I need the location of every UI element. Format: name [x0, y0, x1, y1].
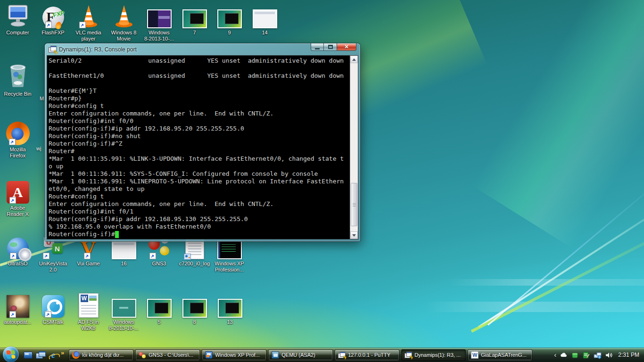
switch-windows-icon[interactable] — [35, 350, 46, 360]
shortcut-arrow-icon — [43, 253, 50, 259]
windows-logo-icon — [6, 350, 15, 359]
show-desktop-icon[interactable] — [23, 350, 33, 360]
desktop-icon-label: 13 — [227, 319, 232, 325]
desktop-icon-label: 7 — [193, 30, 196, 36]
window-titlebar[interactable]: ϟ Dynamips(1): R3, Console port ✕ — [45, 43, 360, 55]
desktop-icon-8[interactable]: 8 — [177, 292, 212, 325]
screenshot-thumbnail-icon — [217, 3, 242, 28]
dynamips-console-window: ϟ Dynamips(1): R3, Console port ✕ Serial… — [45, 43, 360, 241]
desktop-icon-adobe-reader[interactable]: A Adobe Reader X — [0, 176, 35, 217]
desktop-icon-flashfxp[interactable]: FFXP FlashFXP — [35, 3, 71, 36]
shortcut-arrow-icon — [9, 197, 16, 204]
desktop-icon-autoupdate[interactable]: autoupdat... — [0, 292, 35, 325]
adobe-reader-icon: A — [7, 176, 29, 204]
screenshot-thumbnail-icon — [218, 292, 242, 318]
desktop-icon-label: UltraISO — [8, 261, 27, 267]
taskbar-button-word-doc[interactable]: W GiaLapASATrenG... — [468, 349, 532, 361]
scroll-up-button[interactable] — [350, 56, 358, 63]
hidden-icon-label-fragment[interactable]: M — [40, 96, 44, 101]
desktop-icon-label: Computer — [6, 30, 29, 36]
desktop-icon-5[interactable]: 5 — [141, 292, 177, 325]
internet-explorer-icon[interactable]: e — [48, 350, 58, 360]
arrow-down-icon — [352, 234, 356, 237]
desktop-icon-computer[interactable]: Computer — [0, 3, 35, 36]
desktop-icon-label: Mozilla Firefox — [9, 147, 25, 159]
window-title: Dynamips(1): R3, Console port — [59, 46, 137, 53]
console-cursor — [115, 231, 119, 238]
desktop-icon-label: UniKeyVista 2.0 — [39, 261, 67, 273]
desktop-icon-13[interactable]: 13 — [212, 292, 248, 325]
desktop-icon-vlc[interactable]: VLC media player — [71, 3, 106, 42]
taskbar-button-qemu[interactable]: QEMU (ASA2) — [268, 349, 333, 361]
console-scrollbar[interactable] — [350, 56, 358, 239]
desktop-icon-windows8-screenshot-2[interactable]: Windows 8-2013-10-... — [106, 292, 141, 331]
taskbar-clock[interactable]: 2:31 PM — [618, 352, 639, 358]
desktop-icon-label: Adobe Reader X — [7, 205, 28, 217]
desktop: Computer FFXP FlashFXP VLC media player … — [0, 0, 644, 362]
hidden-icon-label-fragment[interactable]: wj — [36, 146, 41, 151]
desktop-icon-label: Windows XP Profession... — [215, 261, 244, 273]
qemu-icon — [272, 351, 279, 359]
word-document-icon: W — [79, 292, 99, 318]
desktop-icon-csmtalk[interactable]: CSMTalk — [35, 292, 71, 325]
desktop-icon-label: 16 — [121, 261, 126, 267]
desktop-icon-label: Vui Game — [77, 261, 100, 267]
notification-area: ‹ 2:31 PM — [554, 351, 644, 359]
taskbar-button-firefox[interactable]: lỗi không đặt đư... — [69, 349, 133, 361]
taskbar-button-putty[interactable]: ϟ 127.0.0.1 - PuTTY — [335, 349, 399, 361]
desktop-icon-label: 5 — [157, 319, 160, 325]
maximize-icon — [328, 45, 333, 49]
cloud-icon[interactable] — [560, 351, 568, 359]
vlc-cone-icon — [76, 3, 101, 28]
screenshot-thumbnail-icon — [147, 3, 172, 28]
shortcut-arrow-icon — [45, 311, 51, 318]
shortcut-arrow-icon — [79, 22, 86, 28]
scrollbar-thumb[interactable] — [351, 183, 357, 226]
desktop-icon-ultraiso[interactable]: UltraISO — [0, 234, 35, 267]
desktop-icon-label: AD FS in W2K8 — [78, 319, 99, 331]
quicklaunch-overflow-chevron[interactable]: » — [61, 349, 64, 356]
minimize-icon — [315, 48, 320, 49]
start-button[interactable] — [3, 346, 19, 362]
desktop-icon-14[interactable]: 14 — [247, 3, 282, 36]
putty-icon: ϟ — [338, 351, 346, 359]
desktop-icon-label: c7200_i0_log — [179, 261, 210, 267]
desktop-icon-windows8-screenshot[interactable]: Windows 8-2013-10-... — [141, 3, 177, 42]
taskbar-button-windows-xp[interactable]: Windows XP Prof... — [202, 349, 266, 361]
console-output-area[interactable]: Serial0/2 unassigned YES unset administr… — [47, 55, 358, 239]
desktop-icon-7[interactable]: 7 — [177, 3, 212, 36]
desktop-icon-recycle-bin[interactable]: Recycle Bin — [0, 59, 35, 97]
network-icon[interactable] — [594, 351, 602, 359]
desktop-icon-adfs-doc[interactable]: W AD FS in W2K8 — [71, 292, 106, 331]
vlc-cone-icon — [112, 3, 136, 28]
close-button[interactable]: ✕ — [337, 43, 356, 51]
desktop-icon-label: 9 — [228, 30, 231, 36]
taskbar-button-dynamips[interactable]: ϟ Dynamips(1): R3, ... — [401, 349, 466, 361]
computer-icon — [6, 3, 30, 28]
vmware-icon — [205, 351, 213, 359]
desktop-icon-9[interactable]: 9 — [212, 3, 247, 36]
desktop-icon-firefox[interactable]: Mozilla Firefox — [0, 118, 35, 159]
shortcut-arrow-icon — [9, 139, 16, 145]
desktop-icon-label: 8 — [193, 319, 196, 325]
green-package-icon[interactable] — [571, 351, 579, 359]
minimize-button[interactable] — [311, 43, 324, 51]
desktop-icon-label: GNS3 — [152, 261, 166, 267]
taskbar: e » lỗi không đặt đư... GNS3 - C:\Users\… — [0, 348, 644, 362]
recycle-bin-icon — [7, 59, 29, 90]
maximize-button[interactable] — [324, 43, 337, 51]
shortcut-arrow-icon — [149, 253, 156, 259]
scroll-down-button[interactable] — [350, 231, 358, 239]
ultraiso-icon — [7, 234, 29, 259]
desktop-icon-windows8-movie[interactable]: Windows 8 Movie — [106, 3, 141, 42]
gns3-icon — [139, 351, 146, 359]
desktop-icon-label: Windows 8 Movie — [111, 30, 137, 42]
screenshot-thumbnail-icon — [253, 3, 277, 28]
tray-expand-chevron[interactable]: ‹ — [554, 351, 556, 358]
taskbar-button-gns3[interactable]: GNS3 - C:\Users\... — [135, 349, 200, 361]
desktop-icon-label: FlashFXP — [41, 30, 64, 36]
unikey-icon[interactable] — [582, 351, 590, 359]
volume-icon[interactable] — [605, 351, 613, 359]
screenshot-thumbnail-icon — [147, 292, 172, 318]
firefox-icon — [72, 351, 80, 359]
